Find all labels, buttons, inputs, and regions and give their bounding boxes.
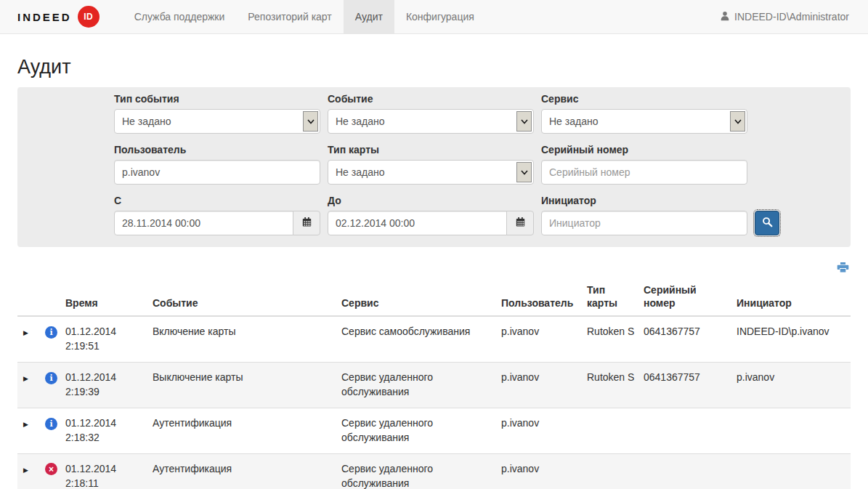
person-icon [720, 11, 730, 23]
expand-row-button[interactable]: ▶ [23, 326, 28, 338]
service-select[interactable]: Не задано [541, 109, 747, 134]
cell-user: p.ivanov [495, 453, 581, 489]
table-header-row: Время Событие Сервис Пользователь Тип ка… [17, 280, 851, 316]
print-button[interactable] [835, 260, 851, 277]
date-from-input[interactable] [114, 211, 293, 235]
status-info-icon: i [45, 372, 57, 384]
cell-initiator [731, 453, 851, 489]
service-label: Сервис [541, 93, 747, 105]
cell-card-type: Rutoken S [581, 316, 638, 362]
table-row: ▶ i 01.12.2014 2:18:32 Аутентификация Се… [17, 408, 851, 453]
date-to-calendar-button[interactable] [506, 211, 534, 235]
event-value: Не задано [336, 116, 384, 127]
event-type-select[interactable]: Не задано [114, 109, 320, 134]
cell-time: 01.12.2014 2:19:39 [60, 363, 147, 408]
search-button[interactable] [755, 211, 779, 235]
cell-event: Аутентификация [147, 453, 336, 489]
cell-card-type [581, 408, 638, 453]
status-info-icon: i [45, 418, 57, 430]
initiator-label: Инициатор [541, 195, 747, 206]
cell-event: Аутентификация [147, 408, 336, 453]
brand-logo[interactable]: INDEED ID [0, 0, 110, 33]
main-navigation: Служба поддержки Репозиторий карт Аудит … [123, 0, 486, 33]
cell-service: Сервис самообслуживания [336, 316, 495, 362]
cell-service: Сервис удаленного обслуживания [336, 453, 495, 489]
audit-table: Время Событие Сервис Пользователь Тип ка… [17, 280, 851, 489]
event-select[interactable]: Не задано [328, 109, 534, 134]
expand-row-button[interactable]: ▶ [23, 372, 28, 384]
user-name: INDEED-ID\Administrator [734, 11, 849, 23]
cell-card-type [581, 453, 638, 489]
header-user: Пользователь [495, 280, 581, 316]
cell-event: Включение карты [147, 316, 336, 362]
filter-date-to: До [328, 195, 534, 235]
filter-panel: Тип события Не задано Событие Не задано … [17, 87, 851, 247]
top-navbar: INDEED ID Служба поддержки Репозиторий к… [0, 0, 868, 34]
nav-audit[interactable]: Аудит [344, 0, 394, 33]
cell-card-type: Rutoken S [581, 363, 638, 408]
card-type-select[interactable]: Не задано [328, 160, 534, 185]
nav-card-repository[interactable]: Репозиторий карт [236, 0, 343, 33]
expand-row-button[interactable]: ▶ [23, 464, 28, 475]
header-service: Сервис [336, 280, 495, 316]
cell-serial [638, 453, 731, 489]
chevron-down-icon [516, 111, 532, 132]
initiator-input[interactable] [541, 211, 747, 235]
event-type-value: Не задано [122, 116, 171, 127]
cell-time: 01.12.2014 2:19:51 [60, 316, 147, 362]
chevron-down-icon [303, 111, 318, 132]
header-initiator: Инициатор [731, 280, 851, 316]
brand-id-badge: ID [78, 6, 100, 28]
calendar-icon [516, 217, 525, 229]
date-from-calendar-button[interactable] [293, 211, 320, 235]
header-event: Событие [147, 280, 336, 316]
cell-user: p.ivanov [495, 363, 581, 408]
brand-name: INDEED [17, 11, 72, 23]
filter-event-type: Тип события Не задано [114, 93, 320, 134]
date-to-input[interactable] [328, 211, 507, 235]
table-row: ▶ i 01.12.2014 2:19:39 Выключение карты … [17, 363, 851, 408]
filter-serial-number: Серийный номер [541, 144, 747, 185]
serial-number-input[interactable] [541, 160, 747, 185]
filter-user: Пользователь [114, 144, 320, 185]
page-title: Аудит [17, 56, 868, 78]
date-from-label: С [114, 195, 320, 206]
chevron-down-icon [516, 162, 532, 182]
event-type-label: Тип события [114, 93, 320, 105]
user-input[interactable] [114, 160, 320, 185]
chevron-down-icon [730, 111, 745, 132]
cell-serial [638, 408, 731, 453]
cell-serial: 0641367757 [638, 363, 731, 408]
serial-number-label: Серийный номер [541, 144, 747, 155]
header-status [39, 280, 60, 316]
cell-serial: 0641367757 [638, 316, 731, 362]
audit-table-container: Время Событие Сервис Пользователь Тип ка… [17, 280, 851, 489]
filter-date-from: С [114, 195, 320, 235]
nav-support[interactable]: Служба поддержки [123, 0, 237, 33]
printer-icon [837, 264, 849, 275]
table-row: ▶ i 01.12.2014 2:19:51 Включение карты С… [17, 316, 851, 362]
card-type-value: Не задано [336, 166, 384, 178]
filter-initiator: Инициатор [541, 195, 747, 235]
cell-service: Сервис удаленного обслуживания [336, 363, 495, 408]
card-type-label: Тип карты [328, 144, 534, 155]
user-label: Пользователь [114, 144, 320, 155]
filter-service: Сервис Не задано [541, 93, 747, 134]
status-info-icon: i [45, 326, 57, 339]
table-row: ▶ × 01.12.2014 2:18:11 Аутентификация Се… [17, 453, 851, 489]
filter-card-type: Тип карты Не задано [328, 144, 534, 185]
calendar-icon [302, 217, 312, 229]
cell-initiator: INDEED-ID\p.ivanov [731, 316, 851, 362]
search-icon [762, 217, 773, 230]
filter-event: Событие Не задано [328, 93, 534, 134]
user-menu[interactable]: INDEED-ID\Administrator [720, 0, 868, 33]
cell-user: p.ivanov [495, 316, 581, 362]
expand-row-button[interactable]: ▶ [23, 418, 28, 429]
header-serial: Серийный номер [638, 280, 731, 316]
cell-initiator: p.ivanov [731, 363, 851, 408]
service-value: Не задано [549, 116, 598, 127]
cell-time: 01.12.2014 2:18:32 [60, 408, 147, 453]
cell-user: p.ivanov [495, 408, 581, 453]
nav-configuration[interactable]: Конфигурация [394, 0, 486, 33]
table-toolbar [17, 260, 851, 276]
